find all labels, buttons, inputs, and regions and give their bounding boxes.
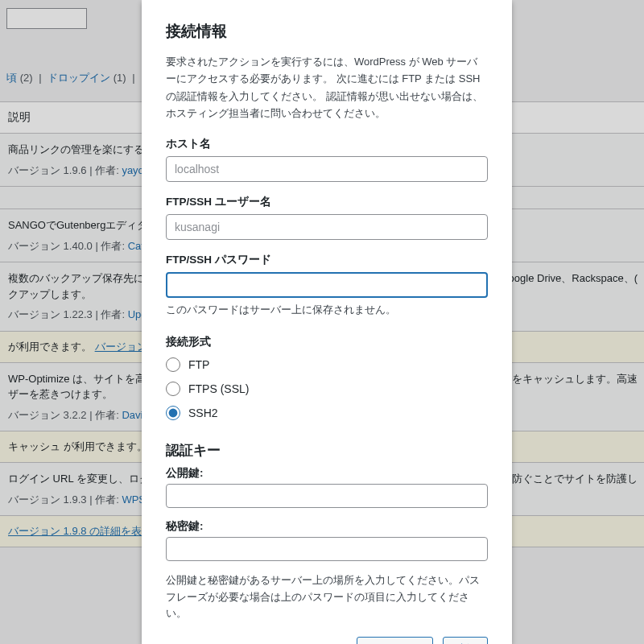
password-hint: このパスワードはサーバー上に保存されません。 <box>166 303 488 317</box>
radio-ftps[interactable]: FTPS (SSL) <box>166 382 488 396</box>
update-link[interactable]: バージョン 1.9.8 の詳細を表示 <box>8 525 152 537</box>
radio-ftps-label: FTPS (SSL) <box>188 382 249 395</box>
cancel-button[interactable]: キャンセル <box>357 637 433 644</box>
radio-ssh2-input[interactable] <box>166 406 180 420</box>
separator: | <box>35 72 44 84</box>
search-box-outline <box>6 8 87 29</box>
private-key-input[interactable] <box>166 537 488 561</box>
radio-ssh2[interactable]: SSH2 <box>166 406 488 420</box>
public-key-input[interactable] <box>166 484 488 508</box>
public-key-label: 公開鍵: <box>166 466 488 481</box>
tab-item[interactable]: ドロップイン <box>47 72 110 84</box>
password-label: FTP/SSH パスワード <box>166 253 488 267</box>
plugin-desc-right: Google Drive、Rackspace、( <box>500 270 638 287</box>
username-field: FTP/SSH ユーザー名 <box>166 195 488 240</box>
username-label: FTP/SSH ユーザー名 <box>166 195 488 209</box>
plugin-desc-right: スを防ぐことでサイトを防護し <box>491 471 638 487</box>
username-input[interactable] <box>166 214 488 240</box>
modal-description: 要求されたアクションを実行するには、WordPress が Web サーバーにア… <box>166 53 488 122</box>
radio-ftp-label: FTP <box>188 358 209 371</box>
proceed-button[interactable]: 続行 <box>443 637 488 644</box>
separator: | <box>129 72 138 84</box>
modal-buttons: キャンセル 続行 <box>166 637 488 644</box>
radio-ssh2-label: SSH2 <box>188 407 218 419</box>
hostname-label: ホスト名 <box>166 137 488 151</box>
password-input[interactable] <box>166 272 488 298</box>
tab-item[interactable]: 頃 <box>6 72 17 84</box>
private-key-field: 秘密鍵: <box>166 519 488 561</box>
plugin-desc-right: ージをキャッシュします。高速 <box>491 371 638 387</box>
hostname-input[interactable] <box>166 156 488 182</box>
public-key-field: 公開鍵: <box>166 466 488 508</box>
auth-keys-title: 認証キー <box>166 441 488 460</box>
connection-info-modal: 接続情報 要求されたアクションを実行するには、WordPress が Web サ… <box>142 0 512 644</box>
hostname-field: ホスト名 <box>166 137 488 182</box>
auth-keys-hint: 公開鍵と秘密鍵があるサーバー上の場所を入力してください。パスフレーズが必要な場合… <box>166 572 488 622</box>
tab-count: (2) <box>20 72 33 84</box>
connection-type-label: 接続形式 <box>166 335 488 349</box>
tab-count: (1) <box>114 72 126 84</box>
private-key-label: 秘密鍵: <box>166 519 488 534</box>
radio-ftp-input[interactable] <box>166 357 180 372</box>
password-field: FTP/SSH パスワード このパスワードはサーバー上に保存されません。 <box>166 253 488 317</box>
radio-ftp[interactable]: FTP <box>166 357 488 372</box>
radio-ftps-input[interactable] <box>166 382 180 396</box>
modal-title: 接続情報 <box>166 21 488 42</box>
